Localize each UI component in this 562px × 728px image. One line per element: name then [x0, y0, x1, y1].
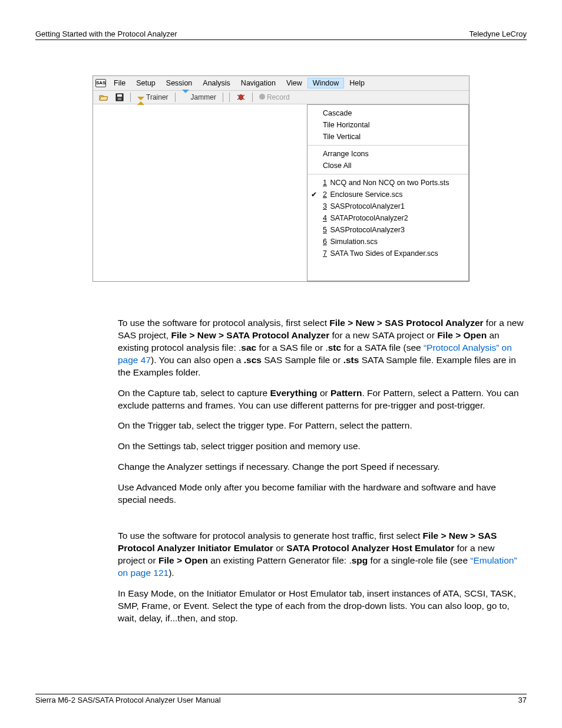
menu-session[interactable]: Session [161, 78, 197, 88]
svg-line-4 [237, 95, 239, 96]
toolbar-separator [223, 93, 223, 102]
paragraph: In Easy Mode, on the Initiator Emulator … [118, 588, 524, 625]
menu-analysis[interactable]: Analysis [197, 78, 236, 88]
window-list-item[interactable]: ✔ 2 Enclosure Service.scs [308, 189, 468, 200]
svg-line-6 [237, 98, 239, 100]
svg-rect-1 [117, 94, 122, 97]
window-list-item[interactable]: 7 SATA Two Sides of Expander.scs [308, 248, 468, 259]
trainer-label: Trainer [146, 93, 168, 101]
jammer-button[interactable]: Jammer [180, 93, 219, 102]
window-menu-dropdown: Cascade Tile Horizontal Tile Vertical Ar… [307, 104, 469, 281]
menu-view[interactable]: View [281, 78, 308, 88]
save-icon [115, 93, 124, 101]
svg-line-7 [243, 98, 244, 100]
open-button[interactable] [97, 93, 111, 102]
window-list-item[interactable]: 4 SATAProtocolAnalyzer2 [308, 212, 468, 224]
menu-item-tile-horizontal[interactable]: Tile Horizontal [308, 119, 468, 131]
diamond-up-icon [137, 93, 144, 101]
toolbar-separator [175, 93, 176, 102]
record-label: Record [267, 93, 290, 101]
paragraph: To use the software for protocol analysi… [118, 317, 524, 379]
header-right: Teledyne LeCroy [469, 29, 527, 38]
blank-client-area [93, 104, 307, 281]
menu-navigation[interactable]: Navigation [236, 78, 281, 88]
page-header: Getting Started with the Protocol Analyz… [35, 29, 527, 40]
check-icon: ✔ [311, 190, 317, 199]
paragraph: On the Settings tab, select trigger posi… [118, 440, 524, 453]
menu-file[interactable]: File [108, 78, 131, 88]
window-list-item[interactable]: 5 SASProtocolAnalyzer3 [308, 224, 468, 236]
window-list-item[interactable]: 1 NCQ and Non NCQ on two Ports.sts [308, 177, 468, 189]
open-folder-icon [99, 93, 108, 101]
paragraph: On the Trigger tab, select the trigger t… [118, 420, 524, 432]
record-button[interactable]: Record [257, 93, 292, 102]
page-footer: Sierra M6-2 SAS/SATA Protocol Analyzer U… [35, 694, 527, 704]
toolbar-separator [252, 93, 253, 102]
menu-item-close-all[interactable]: Close All [308, 160, 468, 172]
bug-icon [236, 93, 246, 101]
bug-button[interactable] [234, 93, 248, 102]
footer-left: Sierra M6-2 SAS/SATA Protocol Analyzer U… [35, 696, 221, 704]
save-button[interactable] [113, 93, 126, 102]
toolbar-separator [130, 93, 131, 102]
paragraph: Change the Analyzer settings if necessar… [118, 461, 524, 473]
toolbar: Trainer Jammer Record [93, 91, 469, 104]
header-left: Getting Started with the Protocol Analyz… [35, 29, 177, 38]
window-list-item[interactable]: 6 Simulation.scs [308, 236, 468, 248]
svg-point-3 [239, 94, 243, 100]
menu-item-cascade[interactable]: Cascade [308, 107, 468, 119]
menu-item-arrange-icons[interactable]: Arrange Icons [308, 148, 468, 160]
trainer-button[interactable]: Trainer [135, 93, 171, 102]
svg-rect-2 [118, 98, 121, 100]
footer-right: 37 [518, 696, 527, 704]
svg-line-5 [243, 95, 244, 96]
body-content: To use the software for protocol analysi… [118, 317, 524, 625]
toolbar-separator [229, 93, 230, 102]
paragraph: To use the software for protocol analysi… [118, 530, 524, 579]
window-list: 1 NCQ and Non NCQ on two Ports.sts ✔ 2 E… [308, 174, 468, 262]
menu-item-tile-vertical[interactable]: Tile Vertical [308, 131, 468, 143]
window-list-item[interactable]: 3 SASProtocolAnalyzer1 [308, 200, 468, 212]
menu-window[interactable]: Window [308, 78, 344, 88]
triangle-down-icon [182, 93, 189, 101]
menu-setup[interactable]: Setup [131, 78, 161, 88]
paragraph: Use Advanced Mode only after you become … [118, 482, 524, 506]
jammer-label: Jammer [191, 93, 216, 101]
record-circle-icon [259, 93, 265, 101]
app-window-screenshot: SAS File Setup Session Analysis Navigati… [92, 75, 470, 282]
menu-help[interactable]: Help [344, 78, 370, 88]
app-icon: SAS [95, 79, 106, 87]
paragraph: On the Capture tab, select to capture Ev… [118, 387, 524, 412]
menubar: SAS File Setup Session Analysis Navigati… [93, 76, 469, 91]
